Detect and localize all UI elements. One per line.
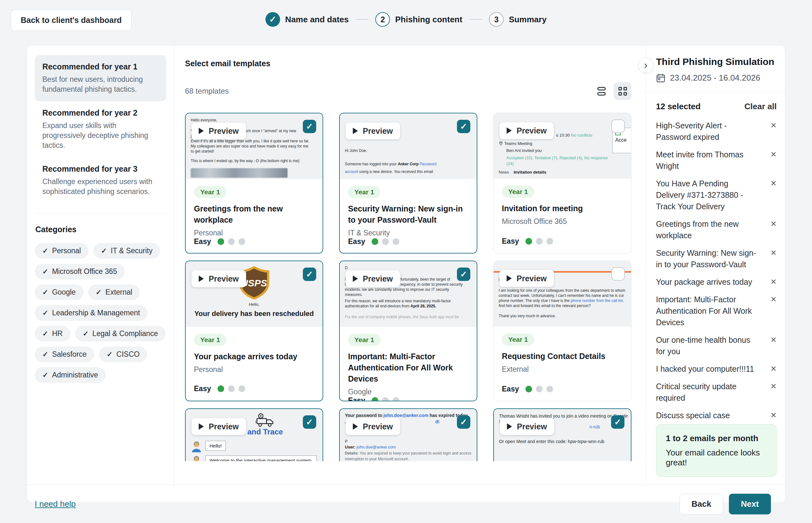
template-card-body: Year 1 Security Warning: New sign-in to … xyxy=(340,179,477,254)
recommended-year-3[interactable]: Recommended for year 3 Challenge experie… xyxy=(35,157,166,203)
difficulty-dot-filled xyxy=(372,397,378,401)
template-card-google-meet-invite[interactable]: Thomas Wright has invited you to join a … xyxy=(493,408,631,461)
preview-text: Teams Meeting xyxy=(499,141,532,146)
top-bar: Back to client's dashboard ✓ Name and da… xyxy=(0,0,812,45)
difficulty-dot xyxy=(228,238,235,245)
template-checkbox-checked[interactable]: ✓ xyxy=(457,120,470,133)
category-pill-microsoft-office-365[interactable]: ✓Microsoft Office 365 xyxy=(35,264,125,279)
remove-icon[interactable]: ✕ xyxy=(770,334,777,344)
template-card-invitation-for-meeting[interactable]: o 10:30 No conflicts Teams Meeting Ben A… xyxy=(493,113,631,254)
remove-icon[interactable]: ✕ xyxy=(770,120,777,130)
step-phishing-content[interactable]: 2 Phishing content xyxy=(375,12,462,27)
remove-icon[interactable]: ✕ xyxy=(770,218,777,228)
template-card-password-expired[interactable]: Your password to john.doe@anker.com has … xyxy=(339,408,477,461)
chat-bubble: Welcome to the interactive management sy… xyxy=(205,455,317,461)
template-card-requesting-contact-details[interactable]: D I am looking for one of your colleague… xyxy=(493,260,631,401)
remove-icon[interactable]: ✕ xyxy=(770,381,777,391)
collapse-panel-button[interactable]: › xyxy=(638,58,653,73)
tab-news[interactable]: News xyxy=(499,170,509,175)
template-card-package-arrives[interactable]: USPS Hello, Your delivery has been resch… xyxy=(185,260,323,401)
preview-button[interactable]: Preview xyxy=(500,418,554,435)
email-preview: Your password to john.doe@anker.com has … xyxy=(340,409,477,461)
template-title: Requesting Contact Details xyxy=(502,351,623,362)
selected-item: Your package arrives today✕ xyxy=(656,276,777,288)
preview-text: d! xyxy=(435,419,439,424)
template-card-track-and-trace[interactable]: Track and Trace Hello! xyxy=(185,408,323,461)
back-button[interactable]: Back xyxy=(680,494,723,515)
preview-button[interactable]: Preview xyxy=(499,122,554,139)
preview-text: Ben Ant invited you xyxy=(506,148,542,153)
template-checkbox-checked[interactable]: ✓ xyxy=(457,268,470,281)
grid-view-icon xyxy=(619,87,627,95)
template-checkbox-unchecked[interactable] xyxy=(611,267,625,281)
template-checkbox-unchecked[interactable] xyxy=(611,120,625,133)
selected-item: You Have A Pending Delivery #371-3273880… xyxy=(656,178,777,212)
preview-button[interactable]: Preview xyxy=(499,270,554,287)
email-preview: Track and Trace Hello! xyxy=(186,409,322,461)
next-button[interactable]: Next xyxy=(729,494,771,515)
step-divider xyxy=(356,19,368,20)
play-icon xyxy=(353,423,358,430)
category-pill-hr[interactable]: ✓HR xyxy=(35,326,70,341)
preview-button[interactable]: Preview xyxy=(191,418,246,435)
template-category: Microsoft Office 365 xyxy=(502,217,623,226)
remove-icon[interactable]: ✕ xyxy=(770,294,777,304)
difficulty-dot-filled xyxy=(525,238,532,245)
email-preview: Hello everyone, We agreed that I would g… xyxy=(186,113,322,179)
step-divider xyxy=(469,19,482,20)
preview-text: For this reason, we will introduce a new… xyxy=(345,299,451,303)
grid-view-button[interactable] xyxy=(614,82,631,100)
category-pill-leadership-management[interactable]: ✓Leadership & Management xyxy=(35,305,148,321)
template-title: Greetings from the new workplace xyxy=(194,203,314,226)
step-number: 3 xyxy=(489,12,504,27)
remove-icon[interactable]: ✕ xyxy=(770,410,777,420)
back-to-dashboard-button[interactable]: Back to client's dashboard xyxy=(11,10,131,31)
category-pill-legal-compliance[interactable]: ✓Legal & Compliance xyxy=(75,326,166,341)
preview-button[interactable]: Preview xyxy=(346,270,400,287)
category-pill-administrative[interactable]: ✓Administrative xyxy=(35,367,106,383)
preview-button[interactable]: Preview xyxy=(346,418,400,435)
template-card-greetings-new-workplace[interactable]: Hello everyone, We agreed that I would g… xyxy=(185,113,323,254)
wizard-footer: I need help Back Next xyxy=(27,485,785,523)
preview-button[interactable]: Preview xyxy=(191,122,246,140)
category-pill-google[interactable]: ✓Google xyxy=(35,285,84,300)
list-view-button[interactable] xyxy=(593,82,610,100)
category-pill-it-security[interactable]: ✓IT & Security xyxy=(93,243,160,259)
recommended-year-2[interactable]: Recommended for year 2 Expand user skill… xyxy=(35,101,166,157)
step-summary[interactable]: 3 Summary xyxy=(489,12,547,27)
template-checkbox-checked[interactable]: ✓ xyxy=(303,415,316,429)
remove-icon[interactable]: ✕ xyxy=(770,276,777,286)
wizard-stepper: ✓ Name and dates 2 Phishing content 3 Su… xyxy=(265,12,547,27)
remove-icon[interactable]: ✕ xyxy=(770,363,777,373)
step-label: Phishing content xyxy=(395,15,462,24)
preview-text: For the use of company mobile phones, th… xyxy=(345,315,459,319)
category-pill-external[interactable]: ✓External xyxy=(88,285,140,300)
clear-all-button[interactable]: Clear all xyxy=(744,102,777,111)
preview-button[interactable]: Preview xyxy=(346,122,400,140)
difficulty-dot xyxy=(547,386,553,392)
category-pill-cisco[interactable]: ✓CISCO xyxy=(99,346,147,362)
preview-text: I am looking for one of your colleagues … xyxy=(499,288,625,293)
recommended-year-1[interactable]: Recommended for year 1 Best for new user… xyxy=(35,55,166,101)
selected-templates-list: High-Severity Alert - Password expired✕ … xyxy=(656,120,777,421)
template-checkbox-checked[interactable]: ✓ xyxy=(611,415,624,429)
step-label: Name and dates xyxy=(285,15,349,24)
template-checkbox-checked[interactable]: ✓ xyxy=(303,268,316,281)
template-checkbox-checked[interactable]: ✓ xyxy=(303,120,316,133)
category-pill-personal[interactable]: ✓Personal xyxy=(35,243,89,259)
difficulty-label: Easy xyxy=(348,396,365,401)
remove-icon[interactable]: ✕ xyxy=(770,247,777,257)
template-card-multi-factor[interactable]: D In the past, our company has, unfortun… xyxy=(339,260,477,401)
remove-icon[interactable]: ✕ xyxy=(770,149,777,159)
remove-icon[interactable]: ✕ xyxy=(770,178,777,188)
template-grid-scroll-area[interactable]: Hello everyone, We agreed that I would g… xyxy=(185,113,631,461)
category-pill-salesforce[interactable]: ✓Salesforce xyxy=(35,346,94,362)
preview-button[interactable]: Preview xyxy=(191,270,246,287)
template-checkbox-checked[interactable]: ✓ xyxy=(457,415,470,429)
template-card-security-warning[interactable]: Hi John Doe, Someone has logged into you… xyxy=(339,113,477,254)
template-picker: Select email templates 68 templates xyxy=(174,46,645,485)
help-link[interactable]: I need help xyxy=(35,499,76,509)
step-name-and-dates[interactable]: ✓ Name and dates xyxy=(265,12,349,27)
tab-invitation-details[interactable]: Invitation details xyxy=(514,170,547,175)
preview-text: interruption to your Microsoft account. xyxy=(345,457,409,461)
